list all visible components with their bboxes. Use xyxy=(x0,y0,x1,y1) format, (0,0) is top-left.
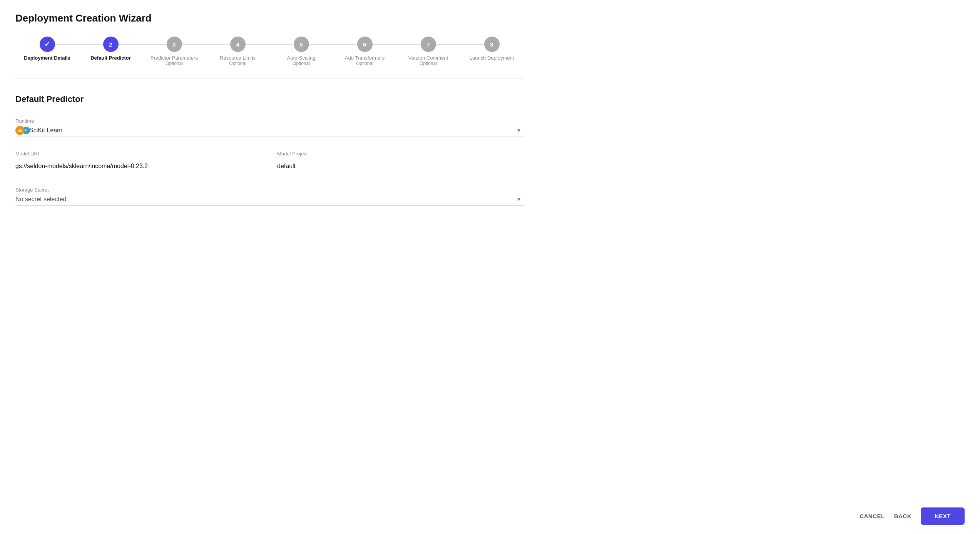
storage-secret-select-wrapper: No secret selected my-gcs-secret aws-sec… xyxy=(15,196,523,206)
model-project-input[interactable] xyxy=(277,160,523,173)
section-divider xyxy=(15,78,523,79)
step-7[interactable]: 7 Version Comment Optional xyxy=(396,37,460,66)
runtime-select[interactable]: SciKit Learn TensorFlow PyTorch Custom xyxy=(15,127,523,134)
storage-secret-select[interactable]: No secret selected my-gcs-secret aws-sec… xyxy=(15,196,523,202)
page-title: Deployment Creation Wizard xyxy=(15,12,523,24)
step-2[interactable]: 2 Default Predictor xyxy=(79,37,142,61)
storage-secret-group: Storage Secret No secret selected my-gcs… xyxy=(15,187,523,206)
step-3[interactable]: 3 Predictor Parameters Optional xyxy=(142,37,206,66)
step-5[interactable]: 5 Auto-Scaling Optional xyxy=(269,37,333,66)
step-name-1: Deployment Details xyxy=(24,55,70,61)
step-circle-7: 7 xyxy=(421,37,436,52)
runtime-group: Runtime sk le SciKit Learn TensorFlow Py… xyxy=(15,118,523,137)
model-uri-label: Model URI xyxy=(15,151,262,157)
step-circle-4: 4 xyxy=(230,37,246,52)
model-project-col: Model Project xyxy=(277,151,523,173)
step-name-8: Launch Deployment xyxy=(470,55,514,61)
next-button[interactable]: NEXT xyxy=(921,507,965,525)
step-circle-6: 6 xyxy=(357,37,373,52)
step-name-4: Resource Limits xyxy=(220,55,256,61)
footer: CANCEL BACK NEXT xyxy=(0,498,980,534)
back-button[interactable]: BACK xyxy=(894,513,911,519)
storage-secret-label: Storage Secret xyxy=(15,187,523,193)
step-name-3: Predictor Parameters xyxy=(151,55,198,61)
step-circle-3: 3 xyxy=(167,37,182,52)
step-6[interactable]: 6 Add Transformers Optional xyxy=(333,37,396,66)
model-project-label: Model Project xyxy=(277,151,523,157)
sklearn-logo-icon: sk le xyxy=(15,126,33,135)
step-4[interactable]: 4 Resource Limits Optional xyxy=(206,37,269,66)
step-circle-1: ✓ xyxy=(40,37,55,52)
step-circle-2: 2 xyxy=(103,37,119,52)
form-section: Default Predictor Runtime sk le SciKit L… xyxy=(15,94,523,206)
step-name-6: Add Transformers xyxy=(345,55,385,61)
step-name-2: Default Predictor xyxy=(90,55,131,61)
model-fields-group: Model URI Model Project xyxy=(15,151,523,173)
step-circle-5: 5 xyxy=(294,37,309,52)
model-uri-col: Model URI xyxy=(15,151,262,173)
model-uri-input[interactable] xyxy=(15,160,262,173)
runtime-label: Runtime xyxy=(15,118,523,124)
step-name-7: Version Comment xyxy=(408,55,448,61)
step-8[interactable]: 8 Launch Deployment xyxy=(460,37,523,61)
section-title: Default Predictor xyxy=(15,94,523,104)
step-name-5: Auto-Scaling xyxy=(287,55,316,61)
step-1[interactable]: ✓ Deployment Details xyxy=(15,37,79,61)
runtime-select-wrapper: sk le SciKit Learn TensorFlow PyTorch Cu… xyxy=(15,127,523,137)
step-circle-8: 8 xyxy=(484,37,500,52)
cancel-button[interactable]: CANCEL xyxy=(860,513,885,519)
stepper: ✓ Deployment Details 2 Default Predictor… xyxy=(15,37,523,66)
